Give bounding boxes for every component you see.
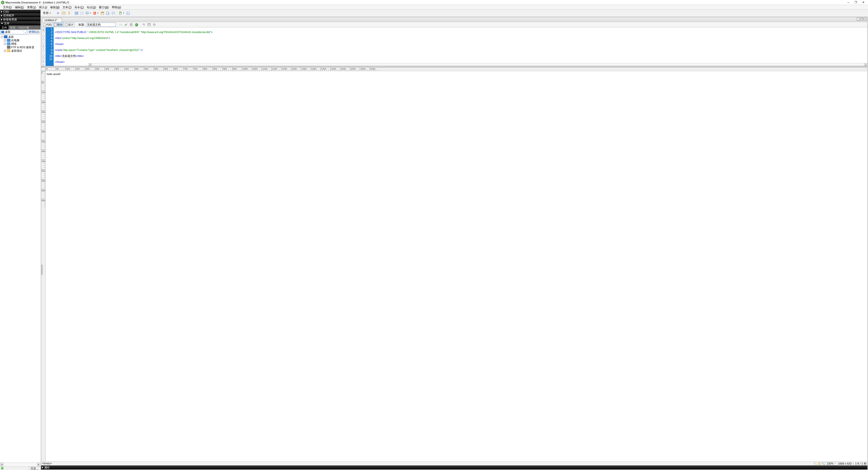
scroll-right-icon[interactable]: ▸	[864, 63, 867, 66]
tree-expand-icon[interactable]: +	[4, 50, 6, 52]
zoom-tool-icon[interactable]: 🔍	[822, 462, 825, 465]
doc-restore-button[interactable]: ❐	[860, 18, 863, 21]
tag-selector[interactable]: <body>	[42, 462, 52, 465]
design-body-text: hello world!	[47, 72, 61, 76]
panel-options-icon[interactable]: ⋯	[38, 22, 40, 25]
open-documents-button[interactable]: ▤	[42, 28, 45, 31]
file-management-button[interactable]	[129, 22, 134, 27]
menu-file[interactable]: 文件(F)	[1, 5, 13, 10]
menu-site[interactable]: 站点(S)	[86, 5, 98, 10]
site-combo[interactable]: 桌面 ⌄	[0, 30, 27, 34]
menu-text[interactable]: 文本(T)	[61, 5, 73, 10]
files-hscroll[interactable]: ◂ ▸	[0, 463, 40, 466]
document-tab[interactable]: Untitled-1*	[42, 18, 62, 22]
properties-panel-header[interactable]: 属性	[41, 466, 868, 470]
code-editor[interactable]: <!DOCTYPE html PUBLIC "-//W3C//DTD XHTML…	[54, 27, 867, 66]
balance-braces-button[interactable]: {}	[42, 44, 45, 47]
panel-tag-inspector-header[interactable]: 标签检查器	[0, 18, 40, 22]
manage-sites-link[interactable]: 管理站点	[28, 30, 40, 34]
page-title-input[interactable]	[86, 23, 116, 27]
tree-row-network[interactable]: + 网络	[0, 42, 40, 46]
scroll-right-icon[interactable]: ▸	[37, 463, 40, 466]
gutter-expand-icon[interactable]: »	[42, 63, 45, 65]
zoom-combo[interactable]: 100%▼	[826, 462, 837, 465]
refresh-button[interactable]	[142, 22, 146, 27]
split-view-icon	[54, 23, 57, 26]
server-include-button[interactable]	[105, 11, 110, 16]
div-button[interactable]	[80, 11, 85, 16]
line-number-gutter: 1234567891011	[46, 27, 54, 66]
menu-edit[interactable]: 编辑(E)	[13, 5, 26, 10]
media-button[interactable]: ▼	[92, 11, 99, 16]
files-subtab-snippets[interactable]: 代码片断	[17, 26, 31, 30]
files-subtab-files[interactable]: 文件	[0, 26, 8, 30]
code-view-icon	[43, 23, 46, 26]
tree-expand-icon[interactable]: +	[4, 43, 6, 45]
menu-view[interactable]: 查看(V)	[26, 5, 38, 10]
scroll-left-icon[interactable]: ◂	[0, 463, 3, 466]
log-button[interactable]: 日志…	[29, 467, 40, 470]
table-button[interactable]	[74, 11, 79, 16]
files-subtab-assets[interactable]: 资源	[8, 26, 17, 30]
tag-chooser-button[interactable]	[126, 11, 131, 16]
design-surface[interactable]: hello world!	[46, 71, 867, 462]
code-hscroll[interactable]: ◂ ▸	[88, 63, 867, 66]
window-minimize-button[interactable]: ─	[845, 0, 852, 5]
templates-button[interactable]: ▼	[118, 11, 125, 16]
window-close-button[interactable]: ✕	[860, 0, 867, 5]
no-browser-check-button[interactable]	[118, 22, 123, 27]
view-design-button[interactable]: 设计	[64, 23, 74, 27]
view-code-button[interactable]: 代码	[42, 23, 53, 27]
hand-tool-icon[interactable]: ✋	[818, 462, 821, 465]
menu-window[interactable]: 窗口(W)	[97, 5, 110, 10]
tree-row-desktop[interactable]: − 桌面	[0, 35, 40, 38]
syntax-coloring-button[interactable]: A	[42, 55, 45, 59]
panel-collapse-handle[interactable]	[41, 265, 43, 275]
main-area: 常用▼ ▼ ▼ ▼ Untitled-1* _	[40, 10, 868, 470]
panel-application-header[interactable]: 应用程序	[0, 14, 40, 18]
menu-help[interactable]: 帮助(H)	[110, 5, 122, 10]
panel-files-header[interactable]: 文件⋯	[0, 22, 40, 26]
image-button[interactable]: ▼	[85, 11, 92, 16]
hyperlink-button[interactable]	[56, 11, 61, 16]
code-pane: ▤ ↕ ≡ ⬚ {} # ! A () » 1234567891011	[41, 27, 867, 66]
line-numbers-button[interactable]: #	[42, 48, 45, 51]
menu-insert[interactable]: 插入(I)	[37, 5, 49, 10]
tree-row-desktop-items[interactable]: + 桌面项目	[0, 49, 40, 53]
window-maximize-button[interactable]: ❐	[852, 0, 860, 5]
scroll-left-icon[interactable]: ◂	[88, 63, 92, 66]
select-parent-tag-button[interactable]: ⬚	[42, 40, 45, 43]
view-split-button[interactable]: 拆分	[53, 23, 64, 27]
svg-rect-12	[130, 23, 132, 24]
named-anchor-button[interactable]	[67, 11, 71, 16]
validate-button[interactable]	[123, 22, 128, 27]
expand-all-button[interactable]: ≡	[42, 36, 45, 39]
insert-category-combo[interactable]: 常用▼	[42, 11, 52, 15]
files-tree[interactable]: − 桌面 + 此电脑 + 网络 FTP & RDS 服务器	[0, 34, 40, 249]
apply-comment-button[interactable]: ()	[42, 59, 45, 63]
tree-collapse-icon[interactable]: −	[1, 36, 3, 38]
highlight-invalid-button[interactable]: !	[42, 52, 45, 55]
document-toolbar: 代码 拆分 设计 标题:	[41, 22, 867, 27]
collapse-full-tag-button[interactable]: ↕	[42, 32, 45, 35]
email-link-button[interactable]	[61, 11, 66, 16]
document-status-bar: <body> ↖ ✋ 🔍 100%▼ 1683 x 632 ▼ 1 K / 1 …	[41, 462, 867, 465]
tree-expand-icon[interactable]: +	[4, 39, 6, 41]
date-button[interactable]	[100, 11, 105, 16]
horizontal-ruler: 0501001502002503003504004505005506006507…	[46, 68, 867, 71]
menu-modify[interactable]: 修改(M)	[49, 5, 61, 10]
visual-aids-button[interactable]	[152, 22, 157, 27]
tree-row-thispc[interactable]: + 此电脑	[0, 38, 40, 42]
doc-close-button[interactable]: ×	[864, 18, 867, 21]
doc-minimize-button[interactable]: _	[857, 18, 860, 21]
menu-commands[interactable]: 命令(C)	[73, 5, 85, 10]
window-size-combo[interactable]: 1683 x 632 ▼	[838, 462, 854, 465]
preview-in-browser-button[interactable]	[134, 22, 139, 27]
tree-row-ftp[interactable]: FTP & RDS 服务器	[0, 46, 40, 49]
select-tool-icon[interactable]: ↖	[814, 462, 817, 465]
view-options-button[interactable]	[147, 22, 152, 27]
comment-button[interactable]	[111, 11, 116, 16]
panel-css-header[interactable]: CSS	[0, 10, 40, 14]
svg-point-5	[87, 12, 87, 13]
svg-rect-2	[75, 12, 78, 14]
